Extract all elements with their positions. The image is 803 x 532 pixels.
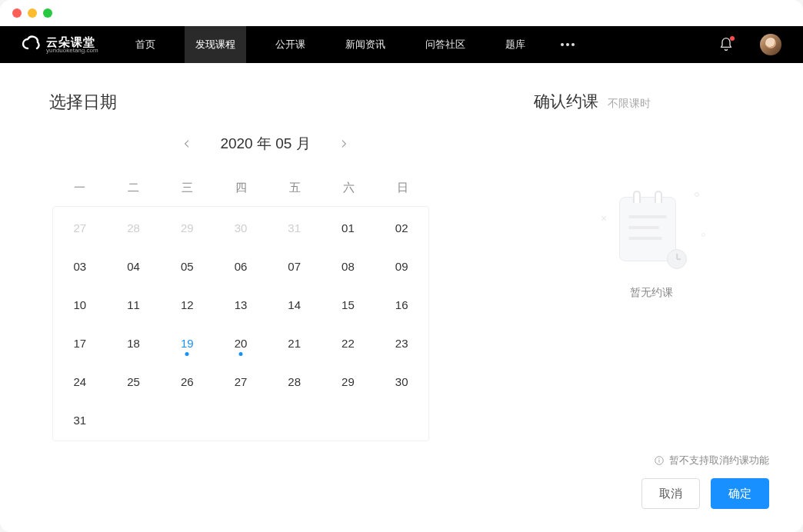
nav-qa-community[interactable]: 问答社区 — [415, 26, 476, 63]
calendar-day[interactable]: 01 — [322, 208, 375, 247]
day-number: 21 — [288, 337, 301, 350]
window-close-button[interactable] — [12, 8, 22, 18]
calendar-day: 30 — [214, 208, 268, 247]
calendar-day[interactable]: 03 — [53, 247, 107, 285]
action-buttons: 取消 确定 — [534, 478, 769, 509]
info-icon — [654, 455, 665, 466]
calendar-day[interactable]: 30 — [375, 362, 428, 401]
weekday-header: 五 — [268, 169, 322, 206]
calendar-title: 选择日期 — [49, 91, 481, 114]
confirm-header: 确认约课 不限课时 — [534, 91, 769, 112]
notifications-button[interactable] — [718, 37, 734, 52]
calendar-day[interactable]: 08 — [322, 247, 375, 285]
brand-domain: yunduoketang.com — [46, 48, 98, 54]
window-minimize-button[interactable] — [28, 8, 37, 18]
nav-news[interactable]: 新闻资讯 — [335, 26, 396, 63]
calendar-day[interactable]: 06 — [214, 247, 268, 285]
calendar-day[interactable]: 05 — [160, 247, 214, 285]
empty-state: × 暂无约课 — [534, 135, 769, 454]
day-number: 11 — [127, 298, 140, 311]
calendar-day[interactable]: 15 — [322, 285, 375, 324]
user-avatar[interactable] — [760, 34, 781, 55]
nav-discover-courses[interactable]: 发现课程 — [185, 26, 246, 63]
current-month-label: 2020 年 05 月 — [220, 134, 310, 154]
calendar-day[interactable]: 13 — [214, 285, 268, 324]
calendar-day[interactable]: 19 — [160, 324, 214, 362]
day-number: 03 — [74, 260, 87, 273]
calendar-day[interactable]: 04 — [107, 247, 161, 285]
confirm-subtitle: 不限课时 — [608, 97, 651, 111]
calendar-week-row: 31 — [53, 401, 428, 439]
day-number: 28 — [127, 221, 140, 234]
calendar-day[interactable]: 24 — [53, 362, 107, 401]
window-zoom-button[interactable] — [43, 8, 52, 18]
nav-home[interactable]: 首页 — [125, 26, 166, 63]
weekday-header: 四 — [214, 169, 268, 206]
day-number: 31 — [288, 221, 301, 234]
day-number: 02 — [395, 221, 408, 234]
day-number: 20 — [235, 337, 248, 350]
calendar-day[interactable]: 12 — [160, 285, 214, 324]
next-month-button[interactable] — [337, 137, 351, 151]
cancel-button[interactable]: 取消 — [641, 478, 700, 509]
calendar-day[interactable]: 09 — [375, 247, 428, 285]
brand-logo[interactable]: 云朵课堂 yunduoketang.com — [22, 35, 98, 55]
calendar-day[interactable]: 11 — [107, 285, 161, 324]
app-window: 云朵课堂 yunduoketang.com 首页 发现课程 公开课 新闻资讯 问… — [0, 0, 803, 532]
day-number: 07 — [288, 260, 301, 273]
day-number: 14 — [288, 298, 301, 311]
prev-month-button[interactable] — [180, 137, 194, 151]
day-number: 25 — [127, 375, 140, 388]
nav-more-button[interactable] — [555, 43, 581, 46]
calendar-day[interactable]: 27 — [214, 362, 268, 401]
calendar-day: 28 — [107, 208, 161, 247]
calendar-day[interactable]: 23 — [375, 324, 428, 362]
calendar-day[interactable]: 31 — [53, 401, 107, 439]
calendar-week-row: 10111213141516 — [53, 285, 428, 324]
calendar-day[interactable]: 29 — [322, 362, 375, 401]
calendar-grid: 一二三四五六日 27282930310102030405060708091011… — [52, 169, 429, 441]
day-number: 04 — [127, 260, 140, 273]
calendar-week-row: 17181920212223 — [53, 324, 428, 362]
calendar-day[interactable]: 16 — [375, 285, 428, 324]
calendar-day: 31 — [268, 208, 322, 247]
weekday-header: 二 — [106, 169, 160, 206]
calendar-day[interactable]: 20 — [214, 324, 268, 362]
confirm-title: 确认约课 — [534, 91, 598, 112]
notification-badge-icon — [730, 36, 735, 41]
calendar-day[interactable]: 28 — [268, 362, 322, 401]
calendar-day[interactable]: 22 — [322, 324, 375, 362]
day-number: 27 — [235, 375, 248, 388]
calendar-day[interactable]: 07 — [268, 247, 322, 285]
confirm-button[interactable]: 确定 — [711, 478, 769, 509]
day-number: 22 — [342, 337, 355, 350]
day-number: 13 — [235, 298, 248, 311]
calendar-day[interactable]: 18 — [107, 324, 161, 362]
nav-open-courses[interactable]: 公开课 — [265, 26, 316, 63]
chevron-left-icon — [182, 138, 192, 149]
calendar-day[interactable]: 17 — [53, 324, 107, 362]
calendar-day[interactable]: 14 — [268, 285, 322, 324]
main-content: 选择日期 2020 年 05 月 一二三四五六日 272829303101020… — [0, 63, 803, 532]
nav-question-bank[interactable]: 题库 — [495, 26, 536, 63]
weekday-row: 一二三四五六日 — [52, 169, 429, 206]
day-number: 01 — [342, 221, 355, 234]
day-number: 15 — [342, 298, 355, 311]
calendar-day[interactable]: 02 — [375, 208, 428, 247]
calendar-day[interactable]: 25 — [107, 362, 161, 401]
window-titlebar — [0, 0, 803, 26]
calendar-day[interactable]: 21 — [268, 324, 322, 362]
cloud-logo-icon — [22, 35, 42, 55]
day-number: 18 — [127, 337, 140, 350]
day-number: 30 — [235, 221, 248, 234]
day-number: 31 — [74, 414, 87, 427]
calendar-header: 2020 年 05 月 — [49, 134, 481, 154]
day-number: 06 — [235, 260, 248, 273]
confirm-panel: 确认约课 不限课时 × 暂无约课 暂不支持取消约课功能 — [518, 63, 803, 532]
calendar-panel: 选择日期 2020 年 05 月 一二三四五六日 272829303101020… — [0, 63, 518, 532]
calendar-week-row: 27282930310102 — [53, 208, 428, 247]
calendar-day[interactable]: 26 — [160, 362, 214, 401]
calendar-day[interactable]: 10 — [53, 285, 107, 324]
day-number: 26 — [181, 375, 194, 388]
day-number: 17 — [74, 337, 87, 350]
